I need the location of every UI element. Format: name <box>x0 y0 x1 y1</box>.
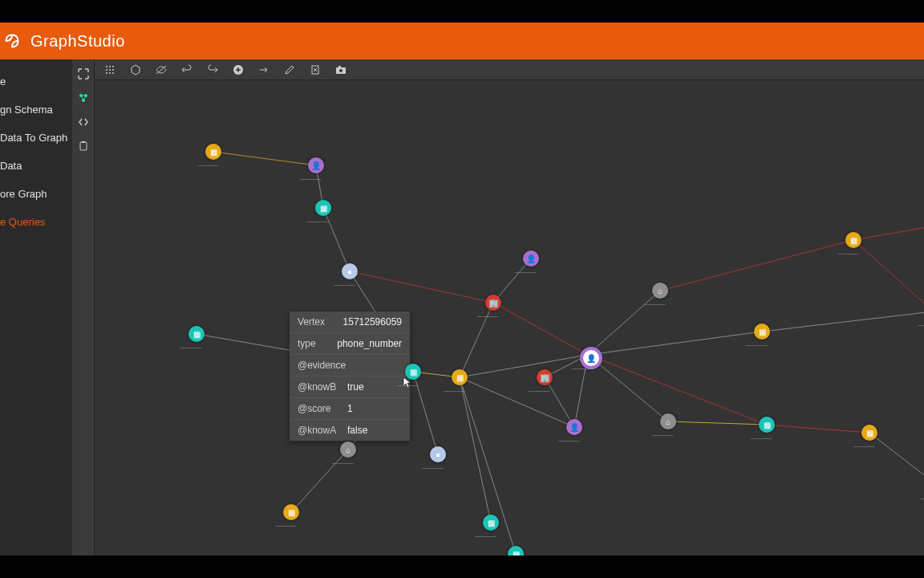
node-label: ________ <box>515 268 537 273</box>
svg-line-26 <box>493 303 588 355</box>
graph-node[interactable]: ▦ <box>405 364 421 380</box>
graph-node[interactable]: ▦ <box>759 417 775 433</box>
svg-line-22 <box>323 208 350 271</box>
graph-node[interactable]: ▦ <box>452 369 468 385</box>
tooltip-value: 15712596059 <box>343 316 402 328</box>
graph-node[interactable]: 👤 <box>580 347 602 369</box>
node-label: ________ <box>332 459 354 464</box>
graph-node[interactable]: ▦ <box>861 425 877 441</box>
svg-line-40 <box>668 421 767 425</box>
svg-line-31 <box>853 240 924 311</box>
graph-node[interactable]: ● <box>430 446 446 462</box>
node-label: ________ <box>197 161 219 166</box>
svg-line-48 <box>460 377 491 523</box>
svg-line-47 <box>291 450 348 512</box>
sidebar-item-3[interactable]: Data <box>0 152 72 180</box>
node-label: ________ <box>644 300 666 305</box>
tooltip-row: @score1 <box>290 398 410 420</box>
tooltip-value: phone_number <box>337 338 402 349</box>
svg-line-42 <box>762 311 924 332</box>
graph-node[interactable]: ▦ <box>508 546 524 556</box>
sidebar-item-5[interactable]: e Queries <box>0 208 72 236</box>
node-label: ________ <box>422 464 444 469</box>
canvas-toolbar <box>95 59 924 80</box>
graph-node[interactable]: 👤 <box>523 250 539 267</box>
brand-logo: GraphStudio <box>0 29 125 53</box>
node-label: ________ <box>652 431 674 436</box>
graph-node[interactable]: 🏢 <box>537 369 553 385</box>
node-label: ________ <box>307 218 329 222</box>
graph-node[interactable]: 👤 <box>308 157 324 173</box>
node-label: ________ <box>180 344 202 348</box>
graph-canvas[interactable]: Vertex15712596059typephone_number@eviden… <box>95 80 924 556</box>
graph-node[interactable]: 🏢 <box>485 295 501 311</box>
graph-node[interactable]: ⌂ <box>340 442 356 458</box>
svg-line-24 <box>350 271 493 303</box>
graph-node[interactable]: ▦ <box>188 326 205 342</box>
svg-line-41 <box>588 332 762 355</box>
node-label: ________ <box>918 321 924 326</box>
graph-node[interactable]: ▦ <box>283 504 299 520</box>
graph-node[interactable]: ▦ <box>845 232 861 248</box>
add-icon[interactable] <box>231 63 245 77</box>
nodes-icon[interactable] <box>75 90 91 106</box>
left-tool-col <box>72 59 95 556</box>
tooltip-value <box>347 360 402 371</box>
svg-line-30 <box>853 213 924 240</box>
graph-node[interactable]: ▦ <box>205 144 221 160</box>
node-label: ________ <box>853 442 875 447</box>
sidebar-item-2[interactable]: Data To Graph <box>0 124 72 152</box>
camera-icon[interactable] <box>334 63 348 77</box>
svg-point-7 <box>112 66 114 67</box>
svg-line-29 <box>660 240 853 291</box>
graph-node[interactable]: ▦ <box>483 515 499 531</box>
graph-node[interactable]: ⌂ <box>660 413 676 429</box>
svg-line-28 <box>588 291 660 355</box>
node-label: ________ <box>558 437 580 442</box>
svg-line-46 <box>413 372 438 454</box>
node-label: ________ <box>475 532 496 537</box>
svg-point-5 <box>106 66 107 67</box>
delete-icon[interactable] <box>308 63 322 77</box>
tooltip-key: Vertex <box>298 316 343 328</box>
sidebar: e gn Schema Data To Graph Data ore Graph… <box>0 59 72 556</box>
hexagon-icon[interactable] <box>128 63 143 77</box>
letterbox-top <box>0 0 924 22</box>
node-label: ________ <box>300 175 322 180</box>
clipboard-icon[interactable] <box>75 138 91 154</box>
eye-off-icon[interactable] <box>154 63 168 77</box>
code-icon[interactable] <box>75 114 91 130</box>
tooltip-key: @score <box>298 403 347 414</box>
undo-icon[interactable] <box>180 63 194 77</box>
svg-line-34 <box>460 355 588 377</box>
grid-icon[interactable] <box>103 63 117 77</box>
arrow-icon[interactable] <box>257 63 271 77</box>
node-label: ________ <box>746 341 768 346</box>
sidebar-item-0[interactable]: e <box>0 67 72 96</box>
svg-point-18 <box>339 69 342 72</box>
tooltip-key: type <box>298 338 337 349</box>
svg-point-11 <box>106 72 107 74</box>
edit-icon[interactable] <box>282 63 297 77</box>
node-label: ________ <box>751 434 772 439</box>
tooltip-row: @knowAfalse <box>290 420 410 441</box>
svg-line-20 <box>213 152 316 165</box>
node-label: ________ <box>837 250 859 254</box>
svg-line-25 <box>493 258 531 303</box>
svg-point-13 <box>112 72 114 74</box>
svg-rect-3 <box>80 142 87 150</box>
brand-name: GraphStudio <box>30 32 125 51</box>
graph-node[interactable]: ▦ <box>315 200 331 216</box>
redo-icon[interactable] <box>205 63 220 77</box>
sidebar-item-1[interactable]: gn Schema <box>0 96 72 124</box>
graph-node[interactable]: ⌂ <box>652 283 668 299</box>
graph-node[interactable]: ● <box>342 263 358 279</box>
tooltip-value: true <box>347 381 402 393</box>
graph-node[interactable]: ▦ <box>754 324 770 340</box>
graph-node[interactable]: 👤 <box>566 419 582 435</box>
center-icon[interactable] <box>75 66 91 82</box>
svg-line-27 <box>460 303 493 377</box>
sidebar-item-4[interactable]: ore Graph <box>0 180 72 208</box>
svg-line-44 <box>869 433 924 485</box>
node-label: ________ <box>921 495 924 499</box>
